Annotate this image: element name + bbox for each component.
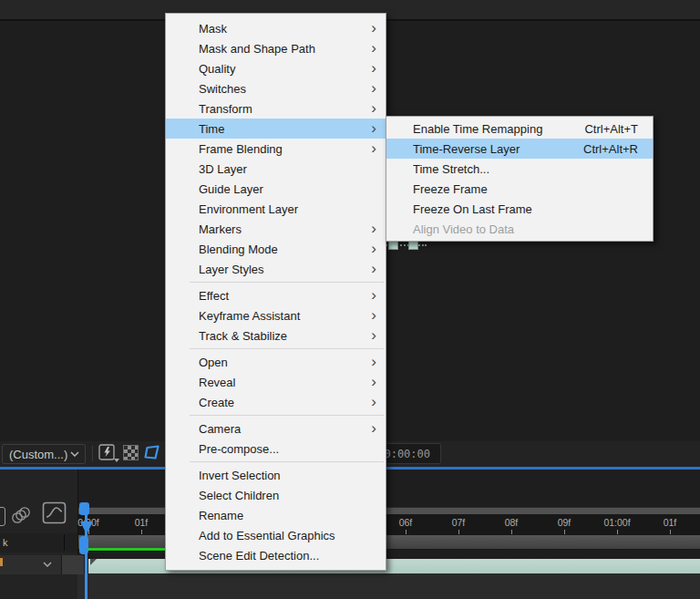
menu-item-label: Guide Layer <box>199 182 263 196</box>
ruler-tick <box>511 530 512 534</box>
menu-separator <box>190 282 384 283</box>
column-separator <box>64 534 65 551</box>
playhead-marker[interactable] <box>80 522 93 534</box>
toolbar-separator <box>92 446 93 461</box>
submenu-arrow-icon: › <box>371 221 376 236</box>
menu-item-label: 3D Layer <box>199 162 247 176</box>
ruler-tick <box>617 530 618 534</box>
menu-item-camera[interactable]: Camera› <box>166 418 386 439</box>
menu-item-time-reverse-layer[interactable]: Time-Reverse LayerCtrl+Alt+R <box>386 139 653 159</box>
menu-item-transform[interactable]: Transform› <box>166 98 386 119</box>
submenu-arrow-icon: › <box>371 140 376 156</box>
ruler-tick <box>564 530 565 534</box>
menu-item-freeze-on-last-frame[interactable]: Freeze On Last Frame <box>386 199 653 219</box>
mode-cell[interactable] <box>61 555 84 574</box>
menu-item-label: Frame Blending <box>199 142 283 156</box>
ruler-label: 08f <box>505 517 519 528</box>
label-color-swatch[interactable] <box>0 558 3 566</box>
transparency-grid-button[interactable] <box>123 445 139 460</box>
menu-item-create[interactable]: Create› <box>166 392 386 412</box>
menu-item-label: Freeze On Last Frame <box>413 202 532 216</box>
submenu-arrow-icon: › <box>371 287 376 303</box>
ruler-label: 07f <box>452 517 466 528</box>
ruler-label: 01f <box>664 517 677 528</box>
menu-item-label: Layer Styles <box>199 263 264 276</box>
menu-item-align-video-to-data: Align Video to Data <box>386 219 653 239</box>
menu-item-label: Align Video to Data <box>413 222 514 236</box>
resolution-dropdown[interactable]: (Custom...) <box>2 444 86 464</box>
time-submenu: Enable Time RemappingCtrl+Alt+TTime-Reve… <box>386 116 654 242</box>
menu-item-freeze-frame[interactable]: Freeze Frame <box>386 179 653 199</box>
menu-item-quality[interactable]: Quality› <box>166 58 386 78</box>
menu-item-blending-mode[interactable]: Blending Mode› <box>166 239 386 259</box>
menu-item-label: Quality <box>199 62 235 76</box>
menu-item-switches[interactable]: Switches› <box>166 78 386 98</box>
menu-item-label: Keyframe Assistant <box>199 309 300 323</box>
graph-editor-icon[interactable] <box>42 501 67 524</box>
after-effects-window: (Custom...) 00:00:00 <box>0 0 700 599</box>
chevron-down-icon[interactable] <box>43 562 52 567</box>
submenu-arrow-icon: › <box>371 394 376 409</box>
menu-item-frame-blending[interactable]: Frame Blending› <box>166 139 386 159</box>
menu-item-layer-styles[interactable]: Layer Styles› <box>166 259 386 279</box>
menu-item-mask[interactable]: Mask› <box>166 18 386 38</box>
menu-item-label: Add to Essential Graphics <box>199 529 335 542</box>
menu-item-label: Scene Edit Detection... <box>199 549 319 563</box>
menu-item-label: Rename <box>199 509 243 522</box>
playhead-grab-handle[interactable] <box>79 536 88 554</box>
menu-item-label: Transform <box>199 102 252 116</box>
menu-item-enable-time-remapping[interactable]: Enable Time RemappingCtrl+Alt+T <box>386 119 653 139</box>
submenu-arrow-icon: › <box>371 307 376 323</box>
menu-item-add-to-essential-graphics[interactable]: Add to Essential Graphics <box>166 525 386 545</box>
menu-item-keyframe-assistant[interactable]: Keyframe Assistant› <box>166 305 386 325</box>
ruler-tick <box>458 530 459 534</box>
menu-item-open[interactable]: Open› <box>166 352 386 372</box>
menu-item-markers[interactable]: Markers› <box>166 219 386 239</box>
motion-blur-icon[interactable] <box>11 505 31 525</box>
ruler-label: 01:00f <box>603 517 630 528</box>
toggle-mask-visibility-button[interactable] <box>142 444 161 461</box>
ruler-label: 01f <box>135 517 149 528</box>
menu-item-label: Open <box>199 356 228 369</box>
menu-item-environment-layer[interactable]: Environment Layer <box>166 199 386 219</box>
menu-item-invert-selection[interactable]: Invert Selection <box>166 465 386 485</box>
menu-separator <box>190 415 384 416</box>
ruler-tick <box>141 530 142 534</box>
menu-item-label: Time <box>199 122 224 136</box>
submenu-arrow-icon: › <box>371 327 376 343</box>
menu-item-label: Time-Reverse Layer <box>413 142 520 156</box>
menu-separator <box>190 348 384 349</box>
menu-item-label: Switches <box>199 82 246 96</box>
menu-item-label: Pre-compose... <box>199 442 279 456</box>
menu-item-label: Track & Stabilize <box>199 329 287 343</box>
checkerboard-icon <box>123 445 139 460</box>
menu-item-rename[interactable]: Rename <box>166 505 386 525</box>
menu-item-label: Markers <box>199 222 242 236</box>
submenu-arrow-icon: › <box>371 80 376 96</box>
menu-item-effect[interactable]: Effect› <box>166 285 386 305</box>
submenu-arrow-icon: › <box>371 241 376 256</box>
submenu-arrow-icon: › <box>371 261 376 276</box>
frame-blending-icon[interactable] <box>0 507 5 526</box>
playhead-handle-top[interactable] <box>79 502 89 515</box>
menu-item-reveal[interactable]: Reveal› <box>166 372 386 392</box>
menu-item-mask-and-shape-path[interactable]: Mask and Shape Path› <box>166 38 386 58</box>
resolution-label: (Custom...) <box>9 448 67 461</box>
menu-item-label: Mask and Shape Path <box>199 42 315 56</box>
layer-mode-row <box>0 555 84 574</box>
menu-item-label: Camera <box>199 422 241 436</box>
submenu-arrow-icon: › <box>371 60 376 76</box>
menu-item-guide-layer[interactable]: Guide Layer <box>166 179 386 199</box>
menu-item-track-stabilize[interactable]: Track & Stabilize› <box>166 325 386 346</box>
layer-inpoint-notch <box>90 559 97 565</box>
menu-item-scene-edit-detection[interactable]: Scene Edit Detection... <box>166 545 386 565</box>
menu-item-time-stretch[interactable]: Time Stretch... <box>386 159 653 179</box>
menu-item-select-children[interactable]: Select Children <box>166 485 386 505</box>
menu-item-pre-compose[interactable]: Pre-compose... <box>166 439 386 459</box>
menu-item-shortcut: Ctrl+Alt+R <box>583 142 638 156</box>
menu-item-time[interactable]: Time› <box>166 119 386 139</box>
ruler-tick <box>406 530 407 534</box>
menu-item-label: Create <box>199 396 234 409</box>
fast-previews-button[interactable] <box>98 444 120 463</box>
menu-item-3d-layer[interactable]: 3D Layer <box>166 159 386 179</box>
